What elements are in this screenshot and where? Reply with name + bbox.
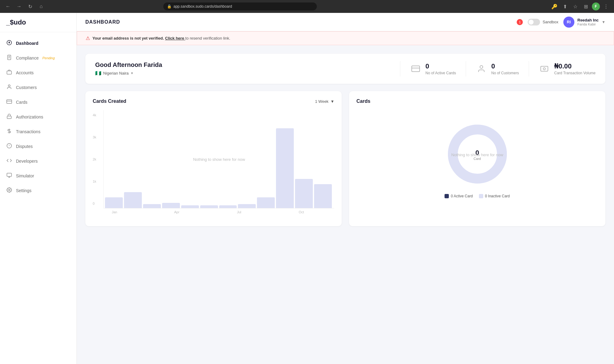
back-button[interactable]: ← <box>4 2 12 11</box>
user-dropdown-arrow: ▼ <box>602 20 605 24</box>
sandbox-toggle[interactable]: Sandbox <box>528 19 558 25</box>
accounts-icon <box>6 69 12 76</box>
home-button[interactable]: ⌂ <box>37 2 45 11</box>
bar-0 <box>105 197 123 208</box>
alert-end: to resend verification link. <box>185 36 231 41</box>
header-right: 1 Sandbox RI Reedah Inc Farida Kabir ▼ <box>517 17 605 28</box>
sidebar-label-customers: Customers <box>16 85 37 90</box>
bar-group-6 <box>219 205 237 208</box>
avatar: RI <box>563 17 574 28</box>
grid-icon[interactable]: ⊞ <box>581 2 590 11</box>
stat-customers: 0 No of Customers <box>476 62 519 75</box>
cards-donut-header: Cards <box>356 99 598 104</box>
alert-icon: ⚠ <box>86 35 90 41</box>
sidebar-item-disputes[interactable]: Disputes <box>0 139 76 154</box>
bar-group-7 <box>238 204 256 208</box>
sidebar-label-authorizations: Authorizations <box>16 114 43 119</box>
sidebar-item-developers[interactable]: Developers <box>0 154 76 168</box>
sidebar-item-dashboard[interactable]: Dashboard <box>0 36 76 51</box>
chart-legend: 0 Active Card 0 Inactive Card <box>445 194 510 198</box>
period-selector[interactable]: 1 Week ▼ <box>315 99 334 104</box>
bar-8 <box>257 197 275 208</box>
forward-button[interactable]: → <box>15 2 23 11</box>
compliance-pending-badge: Pending <box>42 56 55 60</box>
browser-actions: 🔑 ⬆ ☆ ⊞ F ⋮ <box>550 2 610 11</box>
inactive-card-legend: 0 Inactive Card <box>479 194 510 198</box>
url-bar[interactable]: 🔒 app.sandbox.sudo.cards/dashboard <box>163 2 317 10</box>
sidebar-label-cards: Cards <box>16 100 27 105</box>
bar-group-5 <box>200 205 218 208</box>
main-content: DASHBOARD 1 Sandbox RI Reedah Inc Farida… <box>77 13 614 364</box>
svg-point-7 <box>8 85 10 87</box>
sidebar-label-accounts: Accounts <box>16 70 34 75</box>
notification-badge[interactable]: 1 <box>517 19 523 25</box>
period-chevron-icon: ▼ <box>330 99 334 104</box>
bar-group-11 <box>314 184 332 208</box>
sidebar-item-cards[interactable]: Cards <box>0 95 76 110</box>
sidebar-item-authorizations[interactable]: Authorizations <box>0 110 76 124</box>
cards-created-chart: Cards Created 1 Week ▼ 0 1k 2k 3k <box>85 91 342 226</box>
bar-chart-area: 0 1k 2k 3k 4k Nothing to show here for n… <box>93 110 334 208</box>
y-label-1k: 1k <box>93 180 96 183</box>
sidebar-item-simulator[interactable]: Simulator <box>0 168 76 183</box>
svg-rect-15 <box>7 173 12 176</box>
bar-group-1 <box>124 192 142 208</box>
currency-tag[interactable]: 🇳🇬 Nigerian Naira ▼ <box>95 70 390 76</box>
alert-link[interactable]: Click here <box>165 36 185 41</box>
bar-11 <box>314 184 332 208</box>
active-cards-value: 0 <box>426 62 456 70</box>
share-icon[interactable]: ⬆ <box>561 2 569 11</box>
alert-banner: ⚠ Your email address is not yet verified… <box>77 31 614 45</box>
customers-stat-icon <box>476 63 487 74</box>
user-profile[interactable]: RI Reedah Inc Farida Kabir ▼ <box>563 17 605 28</box>
authorizations-icon <box>6 114 12 120</box>
svg-rect-22 <box>541 66 548 71</box>
volume-label: Card Transaction Volume <box>554 71 596 75</box>
sandbox-switch[interactable] <box>528 19 540 25</box>
svg-rect-10 <box>7 116 11 118</box>
donut-area: 0 Card Nothing to show here for now 0 Ac… <box>356 110 598 208</box>
page-title: DASHBOARD <box>85 19 120 25</box>
bar-group-9 <box>276 128 294 208</box>
donut-center-label: Card <box>474 157 481 161</box>
sidebar-item-settings[interactable]: Settings <box>0 183 76 198</box>
x-label-8 <box>271 210 290 214</box>
settings-icon <box>6 187 12 194</box>
bar-group-10 <box>295 179 313 208</box>
sidebar-label-disputes: Disputes <box>16 144 33 149</box>
svg-point-23 <box>543 68 546 70</box>
active-cards-label: No of Active Cards <box>426 71 456 75</box>
x-label-3: Apr <box>167 210 187 214</box>
y-label-2k: 2k <box>93 157 96 161</box>
bar-group-0 <box>105 197 123 208</box>
svg-point-1 <box>9 42 10 43</box>
sidebar-item-customers[interactable]: Customers <box>0 80 76 95</box>
currency-chevron-icon: ▼ <box>130 72 134 75</box>
stat-customers-info: 0 No of Customers <box>491 62 519 75</box>
bar-7 <box>238 204 256 208</box>
refresh-button[interactable]: ↻ <box>26 2 34 11</box>
bar-group-3 <box>162 203 180 208</box>
menu-icon[interactable]: ⋮ <box>602 2 610 11</box>
transactions-icon <box>6 128 12 135</box>
sidebar-item-accounts[interactable]: Accounts <box>0 65 76 80</box>
x-label-0: Jan <box>105 210 124 214</box>
bars-container: Nothing to show here for now <box>103 110 334 208</box>
developers-icon <box>6 158 12 165</box>
greeting-text: Good Afternoon Farida <box>95 61 390 68</box>
stat-active-cards: 0 No of Active Cards <box>410 62 456 75</box>
bookmark-icon[interactable]: ☆ <box>571 2 580 11</box>
sidebar-item-compliance[interactable]: Compliance Pending <box>0 51 76 65</box>
key-icon[interactable]: 🔑 <box>550 2 559 11</box>
lock-icon: 🔒 <box>167 4 172 9</box>
currency-name: Nigerian Naira <box>103 71 129 76</box>
x-axis: JanAprJulOct <box>103 208 334 214</box>
transaction-volume-icon <box>539 63 550 74</box>
sidebar-label-compliance: Compliance <box>16 56 39 60</box>
cards-donut-chart: Cards 0 <box>349 91 605 226</box>
customers-label: No of Customers <box>491 71 519 75</box>
browser-profile: F <box>592 2 600 10</box>
nigeria-flag: 🇳🇬 <box>95 70 101 76</box>
sidebar-item-transactions[interactable]: Transactions <box>0 124 76 139</box>
bar-10 <box>295 179 313 208</box>
